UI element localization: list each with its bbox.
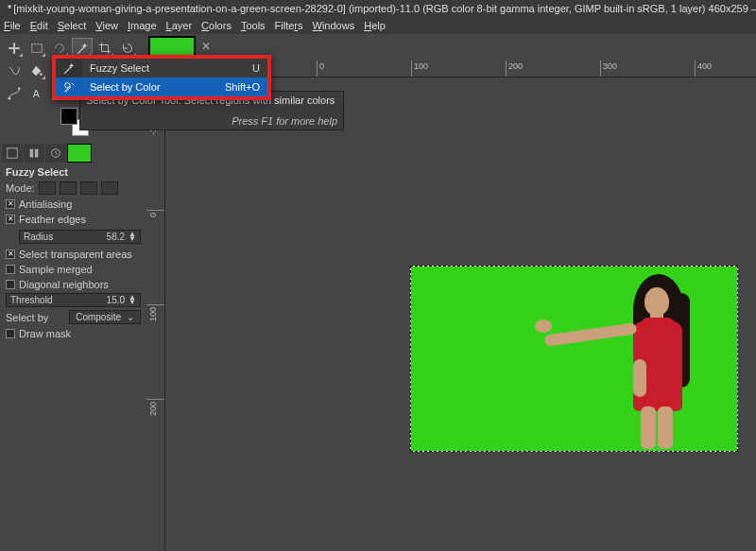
dock-tabs[interactable] <box>0 142 146 163</box>
svg-rect-8 <box>8 148 18 159</box>
feather-row[interactable]: Feather edges <box>6 212 141 227</box>
chevron-down-icon: ⌄ <box>127 312 134 322</box>
title-bar: * [mixkit-young-woman-giving-a-presentat… <box>0 0 756 17</box>
sel-transparent-row[interactable]: Select transparent areas <box>6 247 141 262</box>
mode-intersect-icon[interactable] <box>101 181 118 195</box>
menu-image[interactable]: Image <box>128 20 157 31</box>
radius-row[interactable]: Radius 58.2▲▼ <box>6 227 141 247</box>
sample-merged-row[interactable]: Sample merged <box>6 262 141 277</box>
tool-options-panel: Fuzzy Select Mode: Antialiasing Feather … <box>0 163 146 343</box>
feather-checkbox[interactable] <box>6 215 15 224</box>
selectby-label: Select by <box>6 312 48 323</box>
menu-filters[interactable]: Filters <box>275 20 303 31</box>
vruler-tick: 100 <box>148 307 158 321</box>
selectby-value: Composite <box>76 312 121 322</box>
flyout-icon-fuzzy[interactable] <box>56 59 82 77</box>
menu-view[interactable]: View <box>95 20 118 31</box>
selectby-combo[interactable]: Composite⌄ <box>69 310 141 324</box>
flyout-item-fuzzy-select[interactable]: Fuzzy Select U <box>82 59 267 77</box>
diagonal-checkbox[interactable] <box>6 280 15 289</box>
mode-label: Mode: <box>6 182 35 194</box>
fg-color-swatch[interactable] <box>60 108 77 125</box>
flyout-item-label: Fuzzy Select <box>90 62 149 74</box>
antialias-row[interactable]: Antialiasing <box>6 197 141 212</box>
path-tool[interactable] <box>4 83 25 104</box>
svg-point-10 <box>65 83 70 88</box>
window-title: [mixkit-young-woman-giving-a-presentatio… <box>13 3 756 14</box>
tool-options-title: Fuzzy Select <box>6 164 141 180</box>
sel-transparent-label: Select transparent areas <box>19 249 132 260</box>
svg-point-5 <box>18 87 21 90</box>
mode-subtract-icon[interactable] <box>80 181 97 195</box>
vruler-tick: 0 <box>148 213 158 217</box>
image-greenscreen[interactable] <box>411 267 737 451</box>
sample-merged-label: Sample merged <box>19 264 93 275</box>
menu-file[interactable]: FFileile <box>4 20 21 31</box>
warp-tool[interactable] <box>4 60 25 81</box>
threshold-label: Threshold <box>10 295 52 305</box>
menu-bar[interactable]: FFileile Edit Select View Image Layer Co… <box>0 17 756 34</box>
mode-add-icon[interactable] <box>60 181 77 195</box>
hruler-tick: 200 <box>508 61 523 71</box>
menu-help[interactable]: Help <box>364 20 386 31</box>
radius-value[interactable]: 58.2 <box>107 232 125 242</box>
mode-replace-icon[interactable] <box>39 181 56 195</box>
svg-rect-0 <box>32 44 43 53</box>
selectby-row[interactable]: Select by Composite⌄ <box>6 308 141 326</box>
flyout-item-shortcut: Shift+O <box>225 81 260 93</box>
menu-tools[interactable]: Tools <box>241 20 266 31</box>
hruler-tick: 100 <box>414 61 428 71</box>
menu-select[interactable]: Select <box>58 20 87 31</box>
diagonal-row[interactable]: Diagonal neighbors <box>6 277 141 292</box>
sel-transparent-checkbox[interactable] <box>6 250 15 259</box>
menu-colors[interactable]: Colors <box>201 20 232 31</box>
dock-tab-tool-options[interactable] <box>2 144 23 163</box>
hruler-tick: 400 <box>697 61 712 71</box>
radius-label: Radius <box>24 232 53 242</box>
move-tool[interactable] <box>4 38 25 59</box>
sample-merged-checkbox[interactable] <box>6 265 15 274</box>
flyout-icon-by-color[interactable] <box>56 77 82 96</box>
svg-text:A: A <box>33 88 40 99</box>
tooltip-hint: Press F1 for more help <box>86 115 337 127</box>
drawmask-row[interactable]: Draw mask <box>6 326 141 341</box>
rect-select-tool[interactable] <box>26 38 47 59</box>
flyout-item-label: Select by Color <box>90 81 161 93</box>
person-figure <box>595 274 709 444</box>
feather-label: Feather edges <box>19 214 86 225</box>
dock-tab-image[interactable] <box>67 144 92 163</box>
canvas[interactable] <box>165 77 756 551</box>
drawmask-label: Draw mask <box>19 328 71 339</box>
diagonal-label: Diagonal neighbors <box>19 279 109 290</box>
bucket-fill-tool[interactable] <box>26 60 47 81</box>
menu-windows[interactable]: Windows <box>313 20 355 31</box>
antialias-checkbox[interactable] <box>6 199 15 209</box>
threshold-row[interactable]: Threshold 15.0▲▼ <box>6 293 141 307</box>
dock-tab-devices[interactable] <box>24 144 44 163</box>
radius-spinner[interactable]: ▲▼ <box>129 232 136 242</box>
dock-tab-history[interactable] <box>45 144 66 163</box>
hruler-tick: 300 <box>603 61 617 71</box>
image-tab-close-icon[interactable]: ✕ <box>199 40 213 53</box>
tool-flyout[interactable]: Fuzzy Select U Select by Color Shift+O <box>52 55 271 100</box>
flyout-item-shortcut: U <box>252 62 260 74</box>
svg-point-4 <box>8 97 10 100</box>
threshold-value[interactable]: 15.0 <box>107 295 125 305</box>
menu-layer[interactable]: Layer <box>166 20 193 31</box>
mode-row: Mode: <box>6 180 141 197</box>
text-tool[interactable]: A <box>26 83 47 104</box>
threshold-spinner[interactable]: ▲▼ <box>129 296 136 305</box>
vruler-tick: 200 <box>148 402 158 416</box>
flyout-item-select-by-color[interactable]: Select by Color Shift+O <box>82 77 267 96</box>
antialias-label: Antialiasing <box>19 198 72 210</box>
hruler-tick: 0 <box>319 61 324 71</box>
menu-edit[interactable]: Edit <box>30 20 48 31</box>
drawmask-checkbox[interactable] <box>6 329 15 338</box>
vertical-ruler[interactable]: -100 0 100 200 <box>146 77 165 551</box>
modified-asterisk: * <box>8 3 11 14</box>
